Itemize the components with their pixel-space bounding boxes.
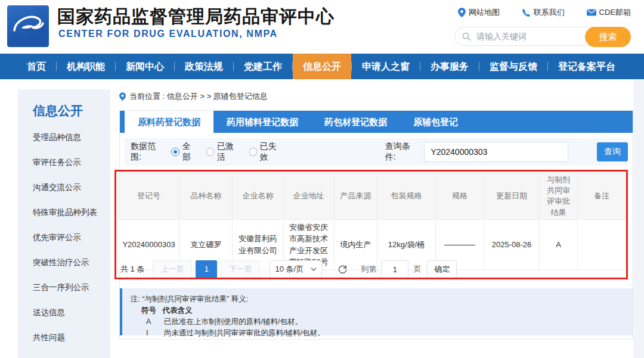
notes-symbol-i: I [146, 328, 164, 339]
data-scope-label: 数据范围: [131, 141, 164, 163]
nav-item-applicant-window[interactable]: 申请人之窗 [352, 54, 420, 79]
search-icon [462, 32, 471, 41]
nav-item-services[interactable]: 办事服务 [420, 54, 479, 79]
nav-item-news[interactable]: 新闻中心 [116, 54, 174, 79]
sidebar-item-priority-review[interactable]: 优先审评公示 [18, 225, 110, 250]
location-pin-icon [458, 8, 466, 17]
nav-item-party[interactable]: 党建工作 [234, 54, 292, 79]
goto-page-label: 到第 [361, 264, 376, 275]
cell-joint-review-result: A [540, 219, 578, 270]
nav-item-policy[interactable]: 政策法规 [175, 54, 233, 79]
mail-icon [587, 9, 596, 16]
page-title: 国家药品监督管理局药品审评中心 [57, 5, 335, 29]
radio-activated-label: 已激活 [217, 141, 240, 163]
tab-packaging-registration-data[interactable]: 药包材登记数据 [311, 111, 400, 133]
nav-item-registration-platform[interactable]: 登记备案平台 [548, 54, 626, 79]
sidebar-item-review-tasks[interactable]: 审评任务公示 [18, 150, 110, 175]
refresh-icon [338, 264, 348, 275]
sidebar-menu: 受理品种信息 审评任务公示 沟通交流公示 特殊审批品种列表 优先审评公示 突破性… [18, 122, 110, 358]
sidebar-item-breakthrough-therapy[interactable]: 突破性治疗公示 [18, 250, 110, 275]
notes-header: 符号 代表含义 [131, 305, 633, 316]
notes-meaning-a: 已批准在上市制剂使用的原料/辅料/包材。 [164, 316, 302, 328]
sitemap-label: 网站地图 [469, 7, 500, 18]
goto-page-suffix: 页 [413, 264, 421, 275]
filter-row: 数据范围: 全部 已激活 已失效 查询条件: 查询 [125, 138, 628, 166]
scope-radio-group: 全部 已激活 已失效 [171, 141, 283, 163]
query-button[interactable]: 查询 [597, 142, 628, 161]
page-size-value: 10 条/页 [275, 261, 304, 278]
search-input[interactable] [476, 28, 581, 45]
total-count: 共 1 条 [120, 264, 144, 275]
sidebar-title: 信息公开 [18, 89, 110, 122]
col-joint-review-result: 与制剂共同审评审批结果 [540, 173, 578, 220]
radio-checked-icon [171, 148, 179, 156]
radio-expired[interactable]: 已失效 [249, 141, 283, 163]
col-spec: 规格 [435, 173, 484, 220]
page-gutter [633, 79, 644, 358]
page-subtitle: CENTER FOR DRUG EVALUATION, NMPA [58, 29, 278, 39]
search-button[interactable]: 搜索 [585, 27, 631, 47]
sidebar: 信息公开 受理品种信息 审评任务公示 沟通交流公示 特殊审批品种列表 优先审评公… [18, 89, 110, 358]
swan-swirl-icon [7, 5, 49, 47]
site-search: 搜索 [454, 27, 631, 46]
radio-all[interactable]: 全部 [171, 141, 197, 163]
col-remark: 备注 [578, 173, 626, 220]
col-update-date: 更新日期 [484, 173, 540, 220]
page-size-select[interactable]: 10 条/页 [270, 260, 322, 278]
sidebar-item-clinical-trial-license[interactable]: 临床试验默示许可 [18, 350, 110, 358]
col-product-source: 产品来源 [334, 173, 377, 220]
tab-excipient-registration-data[interactable]: 药用辅料登记数据 [213, 111, 311, 133]
mailbox-label: CDE邮箱 [599, 7, 631, 18]
contact-link[interactable]: 联系我们 [522, 7, 565, 18]
mailbox-link[interactable]: CDE邮箱 [587, 7, 631, 18]
next-page-button[interactable]: 下一页 [221, 260, 260, 278]
cell-update-date: 2025-08-26 [484, 219, 540, 270]
sidebar-item-delivery-info[interactable]: 送达信息 [18, 300, 110, 325]
tab-raw-excipient-packaging[interactable]: 原辅包登记 [400, 111, 471, 133]
chevron-down-icon [311, 267, 317, 271]
contact-label: 联系我们 [534, 7, 565, 18]
table-header-row: 登记号 品种名称 企业名称 企业地址 产品来源 包装规格 规格 更新日期 与制剂… [119, 173, 626, 220]
pagination: 共 1 条 上一页 1 下一页 10 条/页 到第 页 确定 [120, 260, 457, 278]
location-pin-icon [119, 92, 126, 101]
phone-icon [522, 8, 531, 17]
nav-item-supervision[interactable]: 监督与反馈 [479, 54, 547, 79]
nav-item-home[interactable]: 首页 [17, 54, 56, 79]
breadcrumb: 当前位置 : 信息公开 > > 原辅包登记信息 [119, 91, 268, 102]
col-registration-no: 登记号 [119, 173, 179, 220]
col-variety-name: 品种名称 [179, 173, 233, 220]
radio-expired-label: 已失效 [260, 141, 283, 163]
cde-logo[interactable] [7, 5, 49, 47]
sidebar-item-communication[interactable]: 沟通交流公示 [18, 175, 110, 200]
query-condition-input[interactable] [424, 142, 568, 162]
refresh-button[interactable] [338, 264, 348, 275]
col-company-name: 企业名称 [233, 173, 283, 220]
tab-api-registration-data[interactable]: 原料药登记数据 [125, 111, 213, 133]
notes-meaning-i: 尚未通过与制剂共同审评审批的原料/辅料/包材。 [164, 328, 324, 339]
nav-item-functions[interactable]: 机构职能 [57, 54, 115, 79]
sidebar-item-common-issues[interactable]: 共性问题 [18, 325, 110, 350]
tab-bar: 原料药登记数据 药用辅料登记数据 药包材登记数据 原辅包登记 [120, 111, 633, 133]
col-company-address: 企业地址 [283, 173, 334, 220]
legend-notes: 注: “与制剂共同审评审批结果” 释义: 符号 代表含义 A 已批准在上市制剂使… [120, 288, 633, 335]
query-condition-label: 查询条件: [385, 141, 419, 163]
radio-activated[interactable]: 已激活 [206, 141, 240, 163]
notes-meaning-header: 代表含义 [162, 306, 192, 315]
goto-page-input[interactable] [381, 260, 408, 278]
notes-symbol-a: A [146, 316, 164, 328]
sitemap-link[interactable]: 网站地图 [458, 7, 500, 18]
notes-row-i: I 尚未通过与制剂共同审评审批的原料/辅料/包材。 [131, 328, 633, 339]
nav-item-info-disclosure[interactable]: 信息公开 [293, 54, 351, 79]
notes-symbol-header: 符号 [141, 306, 156, 315]
goto-confirm-button[interactable]: 确定 [427, 260, 457, 278]
top-utility-links: 网站地图 联系我们 CDE邮箱 [458, 7, 631, 18]
cell-remark [578, 219, 626, 270]
sidebar-item-three-in-one[interactable]: 三合一序列公示 [18, 275, 110, 300]
registration-table: 登记号 品种名称 企业名称 企业地址 产品来源 包装规格 规格 更新日期 与制剂… [118, 173, 626, 270]
page-number-button[interactable]: 1 [196, 260, 217, 278]
site-header: 国家药品监督管理局药品审评中心 CENTER FOR DRUG EVALUATI… [0, 0, 644, 54]
notes-title: 注: “与制剂共同审评审批结果” 释义: [131, 294, 633, 305]
sidebar-item-special-approval[interactable]: 特殊审批品种列表 [18, 200, 110, 225]
prev-page-button[interactable]: 上一页 [153, 260, 192, 278]
sidebar-item-accepted-varieties[interactable]: 受理品种信息 [18, 125, 110, 150]
